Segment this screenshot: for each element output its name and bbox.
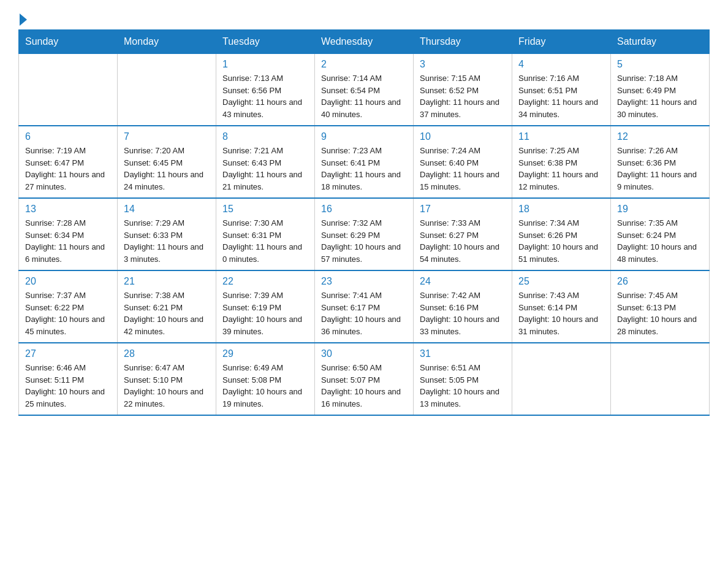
day-info: Sunrise: 7:23 AM Sunset: 6:41 PM Dayligh… bbox=[321, 145, 407, 193]
day-info: Sunrise: 7:38 AM Sunset: 6:21 PM Dayligh… bbox=[124, 289, 210, 337]
calendar-cell: 20Sunrise: 7:37 AM Sunset: 6:22 PM Dayli… bbox=[19, 270, 118, 343]
day-number: 29 bbox=[222, 348, 308, 359]
day-number: 9 bbox=[321, 131, 407, 142]
calendar-cell: 21Sunrise: 7:38 AM Sunset: 6:21 PM Dayli… bbox=[118, 270, 216, 343]
day-info: Sunrise: 6:47 AM Sunset: 5:10 PM Dayligh… bbox=[124, 362, 210, 410]
calendar-week-row: 1Sunrise: 7:13 AM Sunset: 6:56 PM Daylig… bbox=[19, 54, 710, 126]
calendar-cell: 29Sunrise: 6:49 AM Sunset: 5:08 PM Dayli… bbox=[216, 343, 315, 415]
calendar-cell: 4Sunrise: 7:16 AM Sunset: 6:51 PM Daylig… bbox=[512, 54, 611, 126]
calendar-cell bbox=[512, 343, 611, 415]
day-info: Sunrise: 7:41 AM Sunset: 6:17 PM Dayligh… bbox=[321, 289, 407, 337]
calendar-cell: 23Sunrise: 7:41 AM Sunset: 6:17 PM Dayli… bbox=[315, 270, 414, 343]
day-number: 24 bbox=[420, 276, 506, 287]
calendar-cell: 5Sunrise: 7:18 AM Sunset: 6:49 PM Daylig… bbox=[611, 54, 710, 126]
day-number: 16 bbox=[321, 204, 407, 215]
calendar-cell bbox=[19, 54, 118, 126]
day-info: Sunrise: 6:50 AM Sunset: 5:07 PM Dayligh… bbox=[321, 362, 407, 410]
day-info: Sunrise: 7:26 AM Sunset: 6:36 PM Dayligh… bbox=[617, 145, 703, 193]
day-number: 8 bbox=[222, 131, 308, 142]
day-number: 26 bbox=[617, 276, 703, 287]
day-number: 14 bbox=[124, 204, 210, 215]
calendar-week-row: 6Sunrise: 7:19 AM Sunset: 6:47 PM Daylig… bbox=[19, 126, 710, 198]
calendar-week-row: 27Sunrise: 6:46 AM Sunset: 5:11 PM Dayli… bbox=[19, 343, 710, 415]
day-info: Sunrise: 7:28 AM Sunset: 6:34 PM Dayligh… bbox=[25, 217, 111, 265]
calendar-cell: 28Sunrise: 6:47 AM Sunset: 5:10 PM Dayli… bbox=[118, 343, 216, 415]
day-number: 18 bbox=[518, 204, 604, 215]
page-header bbox=[18, 12, 710, 23]
calendar-cell: 3Sunrise: 7:15 AM Sunset: 6:52 PM Daylig… bbox=[414, 54, 512, 126]
day-info: Sunrise: 7:14 AM Sunset: 6:54 PM Dayligh… bbox=[321, 72, 407, 120]
calendar-cell bbox=[611, 343, 710, 415]
day-info: Sunrise: 7:24 AM Sunset: 6:40 PM Dayligh… bbox=[420, 145, 506, 193]
day-info: Sunrise: 6:49 AM Sunset: 5:08 PM Dayligh… bbox=[222, 362, 308, 410]
day-number: 6 bbox=[25, 131, 111, 142]
calendar-cell: 30Sunrise: 6:50 AM Sunset: 5:07 PM Dayli… bbox=[315, 343, 414, 415]
day-info: Sunrise: 7:30 AM Sunset: 6:31 PM Dayligh… bbox=[222, 217, 308, 265]
day-info: Sunrise: 7:45 AM Sunset: 6:13 PM Dayligh… bbox=[617, 289, 703, 337]
day-info: Sunrise: 7:18 AM Sunset: 6:49 PM Dayligh… bbox=[617, 72, 703, 120]
weekday-header: Sunday bbox=[19, 30, 118, 54]
calendar-week-row: 20Sunrise: 7:37 AM Sunset: 6:22 PM Dayli… bbox=[19, 270, 710, 343]
calendar-cell: 15Sunrise: 7:30 AM Sunset: 6:31 PM Dayli… bbox=[216, 198, 315, 270]
calendar-cell: 10Sunrise: 7:24 AM Sunset: 6:40 PM Dayli… bbox=[414, 126, 512, 198]
calendar-cell: 22Sunrise: 7:39 AM Sunset: 6:19 PM Dayli… bbox=[216, 270, 315, 343]
calendar-table: SundayMondayTuesdayWednesdayThursdayFrid… bbox=[18, 29, 710, 416]
calendar-cell: 13Sunrise: 7:28 AM Sunset: 6:34 PM Dayli… bbox=[19, 198, 118, 270]
day-number: 2 bbox=[321, 59, 407, 70]
day-info: Sunrise: 7:34 AM Sunset: 6:26 PM Dayligh… bbox=[518, 217, 604, 265]
day-number: 21 bbox=[124, 276, 210, 287]
calendar-cell: 16Sunrise: 7:32 AM Sunset: 6:29 PM Dayli… bbox=[315, 198, 414, 270]
calendar-cell: 12Sunrise: 7:26 AM Sunset: 6:36 PM Dayli… bbox=[611, 126, 710, 198]
calendar-cell: 9Sunrise: 7:23 AM Sunset: 6:41 PM Daylig… bbox=[315, 126, 414, 198]
day-number: 12 bbox=[617, 131, 703, 142]
calendar-cell: 31Sunrise: 6:51 AM Sunset: 5:05 PM Dayli… bbox=[414, 343, 512, 415]
day-info: Sunrise: 7:43 AM Sunset: 6:14 PM Dayligh… bbox=[518, 289, 604, 337]
weekday-header: Thursday bbox=[414, 30, 512, 54]
logo bbox=[18, 12, 27, 23]
day-info: Sunrise: 7:21 AM Sunset: 6:43 PM Dayligh… bbox=[222, 145, 308, 193]
day-number: 17 bbox=[420, 204, 506, 215]
day-info: Sunrise: 6:51 AM Sunset: 5:05 PM Dayligh… bbox=[420, 362, 506, 410]
day-number: 15 bbox=[222, 204, 308, 215]
day-info: Sunrise: 7:42 AM Sunset: 6:16 PM Dayligh… bbox=[420, 289, 506, 337]
day-number: 20 bbox=[25, 276, 111, 287]
day-number: 5 bbox=[617, 59, 703, 70]
day-info: Sunrise: 7:32 AM Sunset: 6:29 PM Dayligh… bbox=[321, 217, 407, 265]
day-number: 27 bbox=[25, 348, 111, 359]
calendar-cell: 2Sunrise: 7:14 AM Sunset: 6:54 PM Daylig… bbox=[315, 54, 414, 126]
day-number: 28 bbox=[124, 348, 210, 359]
day-info: Sunrise: 7:35 AM Sunset: 6:24 PM Dayligh… bbox=[617, 217, 703, 265]
logo-arrow-icon bbox=[20, 13, 27, 26]
day-info: Sunrise: 7:39 AM Sunset: 6:19 PM Dayligh… bbox=[222, 289, 308, 337]
day-number: 30 bbox=[321, 348, 407, 359]
day-number: 25 bbox=[518, 276, 604, 287]
day-info: Sunrise: 7:37 AM Sunset: 6:22 PM Dayligh… bbox=[25, 289, 111, 337]
calendar-week-row: 13Sunrise: 7:28 AM Sunset: 6:34 PM Dayli… bbox=[19, 198, 710, 270]
day-number: 31 bbox=[420, 348, 506, 359]
day-info: Sunrise: 7:16 AM Sunset: 6:51 PM Dayligh… bbox=[518, 72, 604, 120]
weekday-header: Wednesday bbox=[315, 30, 414, 54]
calendar-header-row: SundayMondayTuesdayWednesdayThursdayFrid… bbox=[19, 30, 710, 54]
calendar-cell: 19Sunrise: 7:35 AM Sunset: 6:24 PM Dayli… bbox=[611, 198, 710, 270]
calendar-cell: 17Sunrise: 7:33 AM Sunset: 6:27 PM Dayli… bbox=[414, 198, 512, 270]
day-number: 7 bbox=[124, 131, 210, 142]
calendar-cell: 14Sunrise: 7:29 AM Sunset: 6:33 PM Dayli… bbox=[118, 198, 216, 270]
day-info: Sunrise: 7:15 AM Sunset: 6:52 PM Dayligh… bbox=[420, 72, 506, 120]
weekday-header: Friday bbox=[512, 30, 611, 54]
weekday-header: Saturday bbox=[611, 30, 710, 54]
day-number: 23 bbox=[321, 276, 407, 287]
calendar-cell: 26Sunrise: 7:45 AM Sunset: 6:13 PM Dayli… bbox=[611, 270, 710, 343]
calendar-cell: 11Sunrise: 7:25 AM Sunset: 6:38 PM Dayli… bbox=[512, 126, 611, 198]
calendar-cell: 25Sunrise: 7:43 AM Sunset: 6:14 PM Dayli… bbox=[512, 270, 611, 343]
day-info: Sunrise: 6:46 AM Sunset: 5:11 PM Dayligh… bbox=[25, 362, 111, 410]
calendar-cell: 18Sunrise: 7:34 AM Sunset: 6:26 PM Dayli… bbox=[512, 198, 611, 270]
day-number: 1 bbox=[222, 59, 308, 70]
calendar-cell: 24Sunrise: 7:42 AM Sunset: 6:16 PM Dayli… bbox=[414, 270, 512, 343]
calendar-cell: 6Sunrise: 7:19 AM Sunset: 6:47 PM Daylig… bbox=[19, 126, 118, 198]
calendar-cell: 7Sunrise: 7:20 AM Sunset: 6:45 PM Daylig… bbox=[118, 126, 216, 198]
day-info: Sunrise: 7:20 AM Sunset: 6:45 PM Dayligh… bbox=[124, 145, 210, 193]
day-info: Sunrise: 7:33 AM Sunset: 6:27 PM Dayligh… bbox=[420, 217, 506, 265]
day-number: 13 bbox=[25, 204, 111, 215]
day-number: 22 bbox=[222, 276, 308, 287]
day-number: 10 bbox=[420, 131, 506, 142]
